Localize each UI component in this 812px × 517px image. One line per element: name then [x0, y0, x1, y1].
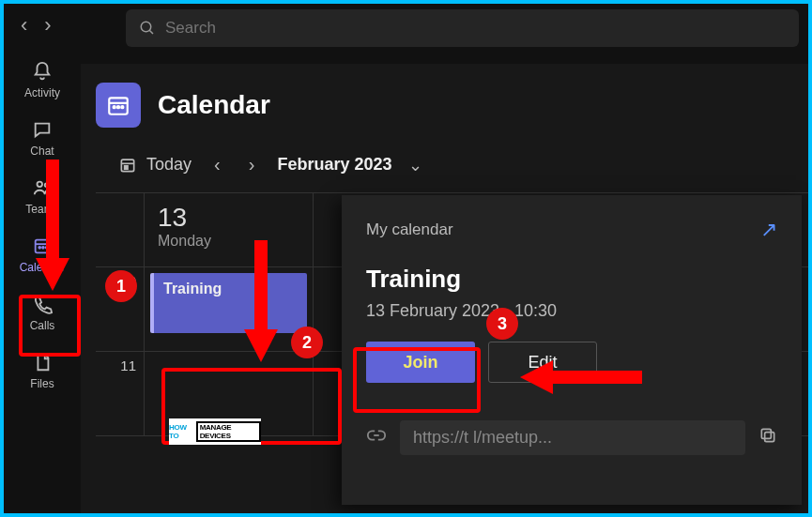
- search-bar[interactable]: [126, 9, 799, 47]
- sidebar-item-label: Activity: [24, 86, 60, 99]
- page-title: Calendar: [158, 90, 270, 120]
- sidebar-item-files[interactable]: Files: [14, 343, 70, 398]
- calendar-toolbar: Today ‹ › February 2023 ⌄: [96, 148, 808, 192]
- annotation-arrow-2: [242, 240, 280, 362]
- calendar-today-icon: [118, 156, 137, 175]
- annotation-badge-2: 2: [291, 327, 323, 358]
- sidebar-item-label: Chat: [30, 144, 54, 158]
- annotation-arrow-3: [520, 358, 642, 396]
- watermark: HOW TOMANAGE DEVICES: [169, 418, 261, 445]
- svg-rect-18: [761, 429, 771, 438]
- calendar-cell[interactable]: Training: [145, 267, 314, 351]
- prev-period-button[interactable]: ‹: [208, 154, 226, 175]
- svg-marker-22: [244, 329, 278, 362]
- join-button[interactable]: Join: [366, 342, 475, 383]
- svg-point-13: [121, 106, 123, 108]
- annotation-badge-3: 3: [486, 308, 518, 340]
- svg-line-1: [149, 30, 153, 34]
- sidebar-item-label: Calls: [30, 319, 55, 332]
- expand-icon[interactable]: ↗: [760, 218, 777, 242]
- sidebar-item-calls[interactable]: Calls: [14, 285, 70, 340]
- chevron-down-icon[interactable]: ⌄: [408, 155, 422, 175]
- svg-point-12: [117, 106, 119, 108]
- forward-button[interactable]: ›: [44, 13, 51, 38]
- svg-rect-17: [765, 433, 774, 442]
- copy-icon[interactable]: [758, 426, 777, 449]
- svg-rect-16: [125, 165, 128, 168]
- file-icon: [31, 351, 54, 373]
- popup-breadcrumb: My calendar: [366, 220, 453, 239]
- search-icon: [139, 20, 156, 37]
- sidebar-item-activity[interactable]: Activity: [14, 53, 70, 107]
- hour-label: 11: [96, 352, 145, 435]
- sidebar-item-label: Files: [30, 377, 54, 390]
- month-label[interactable]: February 2023: [277, 155, 391, 175]
- event-title: Training: [366, 265, 777, 294]
- svg-marker-20: [36, 258, 69, 291]
- meeting-link[interactable]: https://t l/meetup...: [400, 420, 745, 455]
- day-column-header[interactable]: 13 Monday: [145, 193, 314, 266]
- annotation-badge-1: 1: [105, 270, 137, 302]
- phone-icon: [31, 293, 54, 315]
- calendar-event[interactable]: Training: [150, 273, 307, 333]
- sidebar-item-chat[interactable]: Chat: [14, 111, 70, 165]
- back-button[interactable]: ‹: [21, 13, 27, 38]
- svg-point-0: [141, 22, 151, 32]
- svg-marker-24: [520, 360, 553, 394]
- chat-icon: [31, 118, 54, 141]
- next-period-button[interactable]: ›: [243, 154, 261, 175]
- bell-icon: [31, 60, 54, 83]
- annotation-arrow-1: [34, 160, 71, 291]
- today-button[interactable]: Today: [118, 155, 192, 175]
- event-time: 13 February 2023 - 10:30: [366, 301, 777, 321]
- event-popup: My calendar ↗ Training 13 February 2023 …: [342, 195, 802, 505]
- day-number: 13: [158, 203, 299, 233]
- today-label: Today: [146, 155, 192, 175]
- calendar-app-icon: [96, 83, 141, 128]
- svg-point-11: [114, 106, 115, 108]
- search-input[interactable]: [165, 19, 786, 38]
- link-icon: [366, 425, 387, 450]
